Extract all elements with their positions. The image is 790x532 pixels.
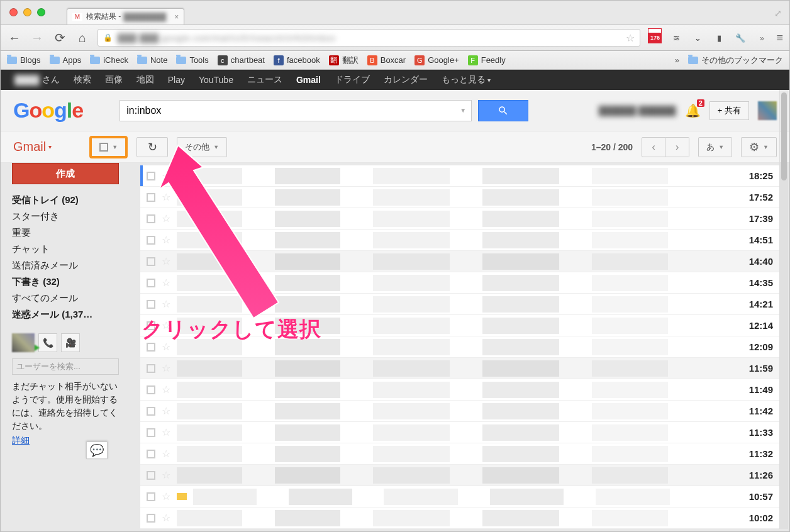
sidebar-item[interactable]: 下書き (32)	[12, 276, 131, 288]
star-icon[interactable]: ☆	[162, 319, 170, 331]
chat-search-input[interactable]: ユーザーを検索...	[12, 358, 119, 375]
message-row[interactable]: ☆17:52	[140, 187, 779, 208]
bookmark-facebook[interactable]: ffacebook	[274, 55, 320, 65]
back-button[interactable]: ←	[7, 31, 22, 45]
message-row[interactable]: ☆11:33	[140, 422, 779, 443]
star-icon[interactable]: ☆	[162, 170, 170, 182]
message-row[interactable]: ☆10:57	[140, 486, 779, 507]
chat-detail-link[interactable]: 詳細	[12, 435, 30, 446]
close-window-button[interactable]	[9, 8, 18, 16]
bookmark-icheck[interactable]: iCheck	[90, 55, 128, 65]
sidebar-item[interactable]: 送信済みメール	[12, 260, 131, 272]
browser-tab[interactable]: M 検索結果 - ████████ ×	[67, 8, 184, 25]
row-checkbox[interactable]	[147, 279, 155, 287]
message-row[interactable]: ☆18:25	[140, 165, 779, 187]
sidebar-item[interactable]: チャット	[12, 243, 131, 255]
row-checkbox[interactable]	[147, 214, 155, 223]
refresh-button[interactable]: ↻	[136, 137, 168, 157]
gbar-link-地図[interactable]: 地図	[136, 74, 154, 86]
chrome-menu-icon[interactable]: ≡	[776, 31, 783, 45]
bookmark-boxcar[interactable]: BBoxcar	[367, 55, 406, 65]
select-all-button[interactable]: ▼	[92, 138, 125, 156]
account-avatar[interactable]	[758, 101, 777, 120]
message-row[interactable]: ☆11:26	[140, 465, 779, 486]
bookmarks-overflow-icon[interactable]: »	[675, 55, 679, 65]
message-row[interactable]: ☆14:21	[140, 294, 779, 315]
reload-button[interactable]: ⟳	[52, 30, 67, 45]
message-row[interactable]: ☆14:51	[140, 230, 779, 251]
tab-close-icon[interactable]: ×	[174, 13, 179, 21]
star-icon[interactable]: ☆	[162, 255, 170, 267]
row-checkbox[interactable]	[147, 343, 155, 352]
google-logo[interactable]: Google	[13, 98, 83, 123]
star-icon[interactable]: ☆	[162, 191, 170, 203]
row-checkbox[interactable]	[147, 321, 155, 330]
row-checkbox[interactable]	[147, 407, 155, 416]
scrollbar[interactable]	[779, 90, 788, 529]
star-icon[interactable]: ☆	[162, 384, 170, 396]
row-checkbox[interactable]	[147, 450, 155, 458]
call-button[interactable]: 📞	[38, 333, 57, 352]
bookmark-note[interactable]: Note	[137, 55, 167, 65]
settings-button[interactable]: ⚙ ▼	[741, 137, 777, 157]
gbar-link-カレンダー[interactable]: カレンダー	[384, 74, 428, 86]
address-bar[interactable]: 🔒 ███ ███.google.com/mail/u/0/#search/in…	[97, 29, 640, 47]
gbar-link-Gmail[interactable]: Gmail	[296, 75, 321, 85]
gbar-link-Play[interactable]: Play	[168, 75, 185, 85]
next-page-button[interactable]: ›	[665, 137, 689, 157]
row-checkbox[interactable]	[147, 300, 155, 309]
star-icon[interactable]: ☆	[162, 341, 170, 353]
gbar-link-画像[interactable]: 画像	[105, 74, 123, 86]
key-extension-icon[interactable]: 🔧	[733, 32, 747, 43]
message-row[interactable]: ☆11:32	[140, 443, 779, 465]
more-actions-button[interactable]: その他 ▼	[177, 137, 227, 157]
sidebar-item[interactable]: すべてのメール	[12, 292, 131, 304]
gbar-link-検索[interactable]: 検索	[74, 74, 91, 86]
sidebar-item[interactable]: 迷惑メール (1,37…	[12, 309, 131, 321]
message-row[interactable]: ☆10:02	[140, 507, 779, 529]
star-icon[interactable]: ☆	[162, 490, 170, 502]
star-icon[interactable]: ☆	[162, 213, 170, 224]
zoom-window-button[interactable]	[37, 8, 45, 16]
more-extensions-icon[interactable]: »	[755, 32, 769, 43]
star-icon[interactable]: ☆	[162, 469, 170, 481]
gbar-link-ニュース[interactable]: ニュース	[247, 74, 282, 86]
scrollbar-thumb[interactable]	[781, 92, 787, 180]
bookmark-翻訳[interactable]: 翻翻訳	[329, 55, 359, 66]
message-row[interactable]: ☆11:59	[140, 358, 779, 379]
row-checkbox[interactable]	[147, 236, 155, 245]
row-checkbox[interactable]	[147, 257, 155, 266]
row-checkbox[interactable]	[147, 471, 155, 480]
extension-icon[interactable]: ▮	[712, 32, 726, 43]
star-icon[interactable]: ☆	[162, 362, 170, 374]
gmail-extension-icon[interactable]: 176	[648, 32, 662, 43]
star-icon[interactable]: ☆	[162, 448, 170, 460]
bookmark-google+[interactable]: GGoogle+	[414, 55, 459, 65]
gbar-link-YouTube[interactable]: YouTube	[199, 75, 233, 85]
row-checkbox[interactable]	[147, 385, 155, 394]
message-row[interactable]: ☆17:39	[140, 208, 779, 230]
video-call-button[interactable]: 🎥	[61, 333, 80, 352]
prev-page-button[interactable]: ‹	[642, 137, 665, 157]
message-row[interactable]: ☆12:14	[140, 315, 779, 336]
forward-button[interactable]: →	[30, 31, 45, 45]
minimize-window-button[interactable]	[23, 8, 31, 16]
star-icon[interactable]: ☆	[162, 426, 170, 438]
star-icon[interactable]: ☆	[162, 298, 170, 310]
star-icon[interactable]: ☆	[162, 277, 170, 289]
star-icon[interactable]: ☆	[162, 512, 170, 524]
gmail-product-dropdown[interactable]: Gmail	[13, 140, 52, 154]
search-button[interactable]	[478, 100, 528, 121]
other-bookmarks[interactable]: その他のブックマーク	[688, 55, 783, 66]
account-name-blurred[interactable]: ██████ ██████	[599, 106, 676, 116]
row-checkbox[interactable]	[147, 492, 155, 501]
sidebar-item[interactable]: 重要	[12, 227, 131, 239]
bookmark-feedly[interactable]: FFeedly	[468, 55, 506, 65]
search-options-dropdown-icon[interactable]: ▼	[460, 107, 466, 114]
chat-dock-icon[interactable]: 💬	[86, 441, 108, 459]
row-checkbox[interactable]	[147, 172, 155, 180]
compose-button[interactable]: 作成	[12, 163, 119, 184]
message-row[interactable]: ☆14:40	[140, 251, 779, 272]
message-row[interactable]: ☆11:49	[140, 379, 779, 401]
bookmark-star-icon[interactable]: ☆	[626, 32, 635, 44]
